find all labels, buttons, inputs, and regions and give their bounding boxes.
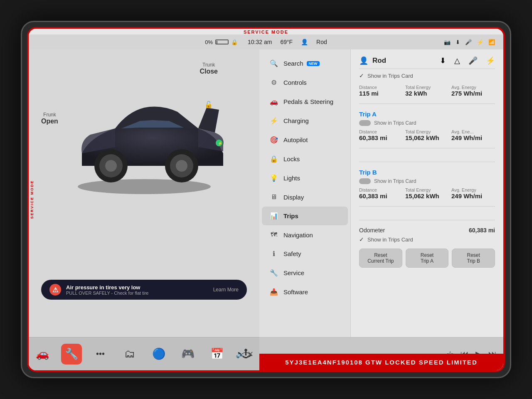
- energy-label: Total Energy: [405, 85, 449, 90]
- user-avatar-icon: 👤: [359, 56, 368, 65]
- trip-a-stats: Distance 60,383 mi Total Energy 15,062 k…: [359, 129, 495, 148]
- trip-b-stats: Distance 60,383 mi Total Energy 15,062 k…: [359, 187, 495, 207]
- alert-title: Air pressure in tires very low: [66, 284, 208, 291]
- avg-label: Avg. Energy: [451, 85, 495, 90]
- reset-current-btn[interactable]: Reset Current Trip: [359, 249, 402, 268]
- trip-b-show-row: Show in Trips Card: [359, 178, 495, 184]
- menu-lights-label: Lights: [283, 175, 300, 182]
- alert-banner[interactable]: ⚠ Air pressure in tires very low PULL OV…: [41, 280, 247, 300]
- svg-text:🔓: 🔓: [204, 101, 213, 108]
- menu-item-trips[interactable]: 📊 Trips: [262, 207, 348, 225]
- close-icon[interactable]: ✕: [247, 350, 254, 359]
- left-panel: Trunk Close Frunk Open: [29, 49, 259, 337]
- menu-item-locks[interactable]: 🔒 Locks: [262, 150, 348, 168]
- alert-text-content: Air pressure in tires very low PULL OVER…: [66, 284, 208, 296]
- mic-icon-header: 🎤: [468, 56, 478, 65]
- odometer-label: Odometer: [359, 227, 385, 234]
- bluetooth-icon: ⚡: [477, 39, 483, 45]
- menu-software-label: Software: [283, 288, 308, 296]
- taskbar-tools[interactable]: 🔧: [61, 344, 82, 365]
- taskbar: 🚗 🔧 ••• 🗂 🔵 🎮 📅 🕹 🔊 ✕: [29, 337, 259, 370]
- new-badge: NEW: [307, 61, 320, 66]
- taskbar-bluetooth[interactable]: 🔵: [148, 344, 169, 365]
- trip-a-distance: Distance 60,383 mi: [359, 129, 403, 141]
- volume-icon: 🔊: [236, 350, 245, 359]
- signal-icon: 📶: [488, 39, 495, 45]
- trip-b-avg: Avg. Energy 249 Wh/mi: [451, 187, 495, 200]
- trip-b-section: Trip B Show in Trips Card Distance 60,38…: [359, 169, 495, 220]
- menu-item-charging[interactable]: ⚡ Charging: [262, 111, 348, 130]
- trip-a-show-row: Show in Trips Card: [359, 120, 495, 126]
- menu-item-controls[interactable]: ⚙ Controls: [262, 73, 348, 92]
- menu-item-safety[interactable]: ℹ Safety: [262, 244, 348, 263]
- service-mode-banner: SERVICE MODE: [29, 29, 503, 35]
- taskbar-more[interactable]: •••: [90, 344, 111, 365]
- menu-item-software[interactable]: 📥 Software: [262, 283, 348, 301]
- user-icon: 👤: [301, 39, 308, 45]
- menu-locks-label: Locks: [283, 155, 300, 163]
- odometer-show-trips: ✓ Show in Trips Card: [359, 236, 495, 243]
- safety-icon: ℹ: [269, 250, 278, 258]
- taskbar-games[interactable]: 🎮: [177, 344, 198, 365]
- trip-b-distance: Distance 60,383 mi: [359, 187, 403, 200]
- menu-service-label: Service: [283, 269, 304, 276]
- battery-section: 0% 🔒: [205, 39, 238, 45]
- menu-item-pedals[interactable]: 🚗 Pedals & Steering: [262, 92, 348, 111]
- download-icon: ⬇: [440, 56, 446, 65]
- menu-item-display[interactable]: 🖥 Display: [262, 188, 348, 206]
- user-header: 👤 Rod ⬇ △ 🎤 ⚡: [359, 56, 495, 69]
- download-icon: ⬇: [456, 39, 460, 45]
- volume-control[interactable]: 🔊 ✕: [236, 350, 254, 359]
- show-trips-row: ✓ Show in Trips Card: [359, 72, 495, 79]
- odometer-row: Odometer 60,383 mi: [359, 227, 495, 234]
- taskbar-car[interactable]: 🚗: [32, 344, 53, 365]
- distance-label: Distance: [359, 85, 403, 90]
- vin-info: 5YJ3E1EA4NF190108 GTW LOCKED SPEED LIMIT…: [285, 359, 477, 366]
- status-user: Rod: [316, 39, 327, 45]
- menu-item-lights[interactable]: 💡 Lights: [262, 169, 348, 187]
- avg-value: 275 Wh/mi: [451, 90, 495, 97]
- menu-charging-label: Charging: [283, 117, 309, 124]
- service-mode-side: SERVICE MODE: [29, 112, 35, 287]
- menu-item-service[interactable]: 🔧 Service: [262, 264, 348, 282]
- battery-percent: 0%: [205, 39, 213, 45]
- svg-point-6: [176, 160, 187, 172]
- energy-value: 32 kWh: [405, 90, 449, 97]
- reset-trip-a-btn[interactable]: Reset Trip A: [406, 249, 449, 268]
- menu-item-search[interactable]: 🔍 Search NEW: [262, 54, 348, 73]
- lock-icon: 🔒: [231, 39, 238, 45]
- taskbar-calendar[interactable]: 📅: [207, 344, 227, 365]
- taskbar-files[interactable]: 🗂: [119, 344, 140, 365]
- checkmark-icon: ✓: [359, 72, 364, 79]
- alert-learn-more[interactable]: Learn More: [213, 287, 239, 293]
- username-label: Rod: [372, 57, 386, 65]
- up-icon: △: [454, 56, 460, 65]
- status-bar: 0% 🔒 10:32 am 69°F 👤 Rod 📷 ⬇ 🎤 ⚡ 📶: [29, 34, 503, 49]
- charging-icon: ⚡: [269, 117, 278, 125]
- alert-subtitle: PULL OVER SAFELY - Check for flat tire: [66, 291, 208, 296]
- trip-b-toggle[interactable]: [359, 178, 371, 184]
- trip-b-energy: Total Energy 15,062 kWh: [405, 187, 449, 200]
- trip-a-avg: Avg. Ene... 249 Wh/mi: [451, 129, 495, 141]
- reset-buttons: Reset Current Trip Reset Trip A Reset Tr…: [359, 249, 495, 268]
- trip-a-toggle[interactable]: [359, 120, 371, 126]
- service-icon: 🔧: [269, 269, 278, 277]
- menu-item-autopilot[interactable]: 🎯 Autopilot: [262, 131, 348, 149]
- odometer-trips-label: Show in Trips Card: [367, 236, 413, 243]
- trip-a-energy: Total Energy 15,062 kWh: [405, 129, 449, 141]
- lights-icon: 💡: [269, 174, 278, 182]
- reset-trip-b-btn[interactable]: Reset Trip B: [452, 249, 495, 268]
- camera-icon: 📷: [444, 39, 451, 45]
- locks-icon: 🔒: [269, 155, 278, 163]
- lifetime-stats: Distance 115 mi Total Energy 32 kWh Avg.…: [359, 85, 495, 104]
- search-menu-icon: 🔍: [269, 59, 278, 67]
- status-time: 10:32 am: [248, 39, 272, 45]
- controls-icon: ⚙: [269, 79, 278, 86]
- bottom-strip: 5YJ3E1EA4NF190108 GTW LOCKED SPEED LIMIT…: [259, 354, 503, 370]
- status-center: 10:32 am 69°F 👤 Rod: [248, 39, 327, 45]
- bluetooth-header-icon: ⚡: [486, 56, 495, 65]
- menu-display-label: Display: [283, 194, 304, 201]
- menu-item-navigation[interactable]: 🗺 Navigation: [262, 226, 348, 244]
- trip-b-show-label: Show in Trips Card: [374, 178, 416, 184]
- trip-a-show-label: Show in Trips Card: [374, 120, 416, 126]
